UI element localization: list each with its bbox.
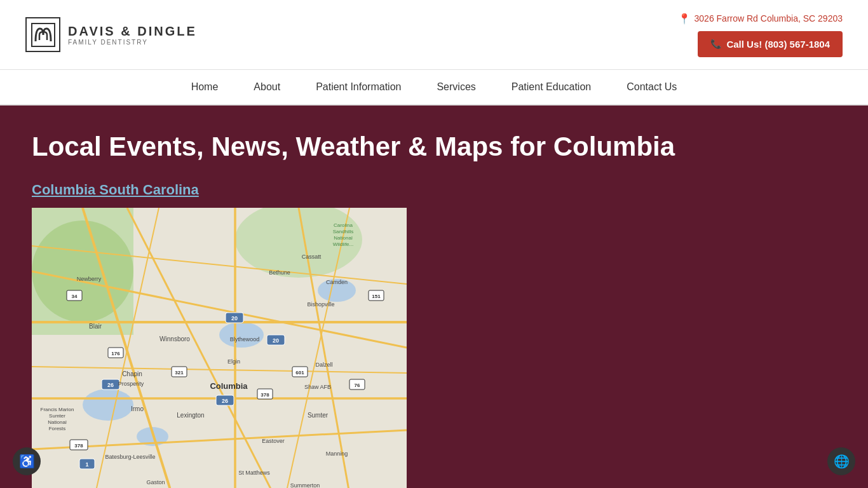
svg-text:Cassatt: Cassatt: [302, 254, 322, 260]
logo-area: DAVIS & DINGLE FAMILY DENTISTRY: [25, 17, 197, 52]
svg-text:Prosperity: Prosperity: [118, 381, 144, 387]
svg-text:National: National: [48, 419, 67, 425]
svg-text:Sumter: Sumter: [49, 413, 65, 419]
svg-text:Carolina: Carolina: [334, 222, 353, 228]
svg-text:26: 26: [107, 382, 114, 388]
accessibility-icon: ♿: [19, 454, 35, 469]
svg-point-5: [83, 389, 133, 421]
svg-text:Camden: Camden: [326, 279, 348, 285]
svg-text:Manning: Manning: [326, 451, 348, 457]
page-title: Local Events, News, Weather & Maps for C…: [32, 131, 836, 163]
svg-text:20: 20: [273, 337, 279, 344]
header-right: 📍 3026 Farrow Rd Columbia, SC 29203 📞 Ca…: [678, 13, 843, 57]
nav-patient-information[interactable]: Patient Information: [298, 70, 419, 104]
svg-text:Blythewood: Blythewood: [230, 336, 260, 342]
svg-text:Sumter: Sumter: [308, 412, 329, 419]
svg-text:Bishopville: Bishopville: [307, 301, 334, 308]
svg-point-3: [32, 220, 133, 322]
world-icon: 🌐: [834, 454, 850, 469]
svg-text:Gaston: Gaston: [146, 479, 165, 485]
svg-text:Bethune: Bethune: [269, 269, 290, 276]
svg-text:Francis Marion: Francis Marion: [41, 407, 74, 412]
svg-text:Lexington: Lexington: [177, 412, 204, 419]
main-content: Local Events, News, Weather & Maps for C…: [0, 105, 868, 488]
phone-icon: 📞: [710, 39, 721, 49]
svg-text:378: 378: [74, 443, 83, 449]
main-nav: Home About Patient Information Services …: [0, 70, 868, 105]
svg-text:Blair: Blair: [89, 323, 102, 330]
svg-text:20: 20: [231, 315, 238, 322]
location-icon: 📍: [678, 13, 691, 25]
logo-text: DAVIS & DINGLE FAMILY DENTISTRY: [68, 24, 197, 46]
nav-about[interactable]: About: [236, 70, 298, 104]
svg-point-7: [219, 322, 264, 348]
logo-svg: [31, 22, 56, 48]
map-container: 1 26 20 26 20 34 176 321 601 76 151 378: [32, 208, 407, 488]
svg-text:601: 601: [295, 370, 304, 376]
logo-name: DAVIS & DINGLE: [68, 24, 197, 39]
logo-icon: [25, 17, 60, 52]
svg-text:Shaw AFB: Shaw AFB: [304, 384, 331, 390]
svg-text:Batesburg-Leesville: Batesburg-Leesville: [105, 454, 155, 460]
svg-text:378: 378: [261, 392, 269, 398]
svg-text:1: 1: [85, 461, 88, 468]
svg-text:26: 26: [222, 398, 228, 404]
svg-text:321: 321: [175, 370, 184, 376]
nav-services[interactable]: Services: [419, 70, 493, 104]
svg-text:76: 76: [355, 383, 360, 388]
columbia-map: 1 26 20 26 20 34 176 321 601 76 151 378: [32, 208, 407, 488]
svg-text:Sandhills: Sandhills: [333, 229, 353, 234]
nav-patient-education[interactable]: Patient Education: [494, 70, 609, 104]
columbia-section-link[interactable]: Columbia South Carolina: [32, 182, 836, 198]
address-area: 📍 3026 Farrow Rd Columbia, SC 29203: [678, 13, 843, 25]
world-button[interactable]: 🌐: [827, 447, 855, 475]
svg-text:Summerton: Summerton: [290, 482, 320, 488]
svg-text:151: 151: [372, 294, 381, 299]
accessibility-button[interactable]: ♿: [13, 447, 41, 475]
svg-text:Wildlife...: Wildlife...: [333, 241, 353, 247]
svg-text:Irmo: Irmo: [131, 405, 144, 412]
svg-text:National: National: [334, 235, 353, 241]
svg-text:Forests: Forests: [49, 426, 66, 431]
address-text: 3026 Farrow Rd Columbia, SC 29203: [695, 13, 843, 24]
svg-text:34: 34: [72, 294, 78, 299]
logo-subtitle: FAMILY DENTISTRY: [68, 39, 197, 46]
svg-text:176: 176: [111, 351, 120, 356]
svg-text:St Matthews: St Matthews: [238, 470, 270, 476]
svg-text:Elgin: Elgin: [227, 358, 240, 365]
svg-text:Newberry: Newberry: [77, 276, 102, 282]
svg-text:Eastover: Eastover: [262, 438, 285, 444]
svg-text:Chapin: Chapin: [122, 370, 142, 377]
svg-text:Winnsboro: Winnsboro: [159, 336, 190, 342]
nav-home[interactable]: Home: [173, 70, 236, 104]
svg-text:Columbia: Columbia: [210, 381, 248, 391]
nav-contact-us[interactable]: Contact Us: [609, 70, 695, 104]
svg-text:Dalzell: Dalzell: [315, 362, 332, 368]
call-button-label: Call Us! (803) 567-1804: [726, 39, 830, 50]
site-header: DAVIS & DINGLE FAMILY DENTISTRY 📍 3026 F…: [0, 0, 868, 70]
call-button[interactable]: 📞 Call Us! (803) 567-1804: [698, 31, 843, 57]
